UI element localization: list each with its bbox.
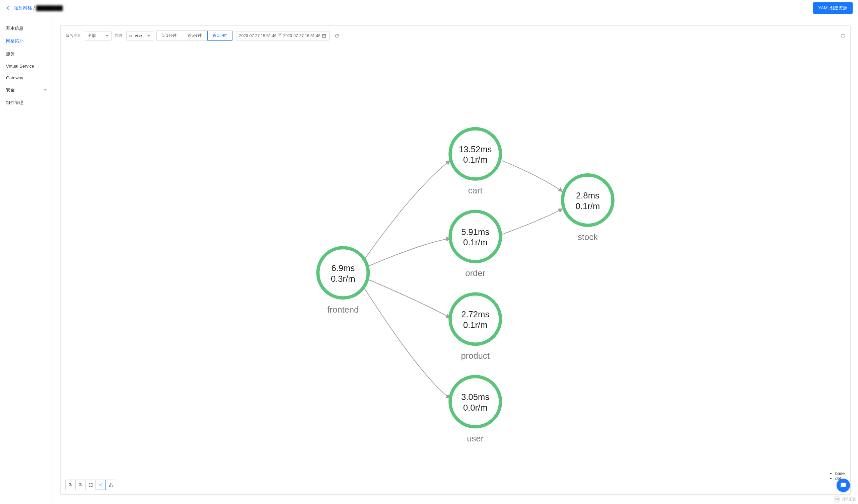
sidebar-item-label: 安全: [6, 87, 15, 93]
node-user[interactable]: 3.05ms 0.0r/m user: [450, 376, 500, 443]
sidebar-item-security[interactable]: 安全: [0, 84, 52, 96]
sidebar-item-label: Virtual Service: [6, 64, 34, 69]
fullscreen-icon[interactable]: [840, 33, 846, 38]
fit-view-button[interactable]: [86, 480, 96, 490]
sidebar-item-label: Gateway: [6, 75, 23, 80]
watermark-logo-icon: CX: [834, 496, 840, 502]
edge-order-stock: [502, 209, 562, 234]
svg-point-8: [450, 212, 500, 262]
svg-point-25: [101, 483, 102, 484]
svg-point-0: [318, 248, 368, 298]
chat-icon: [840, 482, 846, 488]
namespace-value: 全部: [88, 33, 96, 38]
breadcrumb-current: ████████: [36, 5, 63, 11]
layout-tree-button[interactable]: [106, 480, 116, 490]
sidebar-item-label: 组件管理: [6, 100, 23, 106]
svg-text:product: product: [461, 351, 490, 360]
zoom-out-icon: [78, 483, 83, 487]
namespace-label: 命名空间: [65, 33, 81, 38]
network-layout-icon: [98, 483, 103, 487]
node-frontend[interactable]: 6.9ms 0.3r/m frontend: [318, 248, 368, 314]
calendar-icon: [322, 33, 327, 38]
refresh-icon[interactable]: [334, 33, 339, 38]
top-header: 服务网格 / ████████ YAML创建资源: [0, 0, 858, 16]
namespace-select[interactable]: 全部: [85, 31, 112, 40]
svg-point-26: [101, 486, 102, 486]
edge-frontend-order: [368, 239, 450, 266]
sidebar-item-virtual-service[interactable]: Virtual Service: [0, 60, 52, 72]
svg-text:3.05ms: 3.05ms: [461, 392, 489, 402]
node-order[interactable]: 5.91ms 0.1r/m order: [450, 212, 500, 278]
svg-rect-29: [111, 486, 111, 487]
granularity-label: 粒度: [115, 33, 123, 38]
zoom-out-button[interactable]: [76, 480, 86, 490]
svg-text:13.52ms: 13.52ms: [459, 145, 492, 154]
watermark-text: 创新互联: [841, 497, 856, 502]
svg-point-12: [450, 294, 500, 344]
edge-frontend-user: [363, 286, 450, 399]
zoom-in-button[interactable]: [66, 480, 76, 490]
date-to: 2020-07-27 16:51:46: [283, 33, 320, 38]
svg-text:0.1r/m: 0.1r/m: [463, 238, 488, 247]
sidebar-item-component-mgmt[interactable]: 组件管理: [0, 96, 52, 109]
sidebar-item-gateway[interactable]: Gateway: [0, 72, 52, 84]
svg-text:cart: cart: [468, 186, 482, 195]
yaml-create-button[interactable]: YAML创建资源: [813, 2, 853, 14]
svg-text:2.72ms: 2.72ms: [461, 310, 489, 319]
svg-point-20: [562, 175, 613, 225]
fit-view-icon: [89, 483, 93, 487]
svg-point-4: [450, 129, 500, 179]
date-join: 至: [278, 33, 282, 38]
sidebar-item-label: 基本信息: [6, 26, 23, 31]
svg-point-16: [450, 376, 500, 427]
node-stock[interactable]: 2.8ms 0.1r/m stock: [562, 175, 613, 242]
svg-text:stock: stock: [578, 232, 598, 242]
svg-rect-30: [112, 486, 112, 487]
svg-text:order: order: [465, 269, 485, 278]
back-arrow-icon[interactable]: [5, 5, 11, 11]
breadcrumb-root[interactable]: 服务网格: [13, 5, 32, 11]
layout-network-button[interactable]: [96, 480, 106, 490]
topology-panel: 命名空间 全部 粒度 service 近1分钟 近5分钟 近1小时 2020-0…: [60, 26, 851, 494]
svg-text:0.1r/m: 0.1r/m: [576, 201, 600, 211]
svg-text:user: user: [467, 434, 483, 443]
time-range-segmented: 近1分钟 近5分钟 近1小时: [156, 30, 233, 41]
sidebar-item-label: 服务: [6, 51, 15, 57]
breadcrumb-separator: /: [33, 5, 35, 11]
granularity-select[interactable]: service: [126, 31, 153, 40]
node-product[interactable]: 2.72ms 0.1r/m product: [450, 294, 500, 360]
svg-text:5.91ms: 5.91ms: [461, 227, 489, 237]
graph-toolbar: [65, 479, 116, 490]
panel-toolbar: 命名空间 全部 粒度 service 近1分钟 近5分钟 近1小时 2020-0…: [65, 30, 846, 41]
sidebar-item-services[interactable]: 服务: [0, 48, 52, 60]
granularity-value: service: [129, 33, 142, 38]
watermark: CX 创新互联: [834, 496, 856, 502]
edge-frontend-product: [368, 279, 450, 318]
svg-text:0.1r/m: 0.1r/m: [463, 155, 488, 164]
svg-point-24: [99, 485, 100, 485]
date-range-picker[interactable]: 2020-07-27 15:51:46 至 2020-07-27 16:51:4…: [236, 31, 330, 40]
edge-frontend-cart: [364, 161, 450, 260]
legend-item: base: [835, 471, 846, 476]
chat-fab[interactable]: [837, 478, 850, 492]
svg-rect-28: [109, 486, 110, 487]
time-option-1m[interactable]: 近1分钟: [157, 31, 182, 40]
edge-cart-stock: [502, 161, 562, 192]
time-option-5m[interactable]: 近5分钟: [182, 31, 208, 40]
topology-graph[interactable]: 6.9ms 0.3r/m frontend 13.52ms 0.1r/m car…: [65, 41, 846, 492]
sidebar-item-basic-info[interactable]: 基本信息: [0, 22, 52, 35]
time-option-1h[interactable]: 近1小时: [207, 31, 233, 40]
svg-text:2.8ms: 2.8ms: [576, 191, 600, 200]
sidebar: 基本信息 网格拓扑 服务 Virtual Service Gateway 安全 …: [0, 16, 53, 504]
zoom-in-icon: [68, 483, 73, 487]
chevron-down-icon: [44, 90, 47, 91]
date-from: 2020-07-27 15:51:46: [239, 33, 276, 38]
svg-text:6.9ms: 6.9ms: [331, 263, 355, 273]
node-cart[interactable]: 13.52ms 0.1r/m cart: [450, 129, 500, 195]
svg-text:frontend: frontend: [327, 305, 359, 314]
sidebar-item-mesh-topology[interactable]: 网格拓扑: [0, 35, 52, 48]
svg-text:0.0r/m: 0.0r/m: [463, 403, 488, 412]
tree-layout-icon: [109, 483, 113, 487]
svg-text:0.3r/m: 0.3r/m: [331, 274, 355, 283]
svg-rect-27: [111, 483, 111, 484]
